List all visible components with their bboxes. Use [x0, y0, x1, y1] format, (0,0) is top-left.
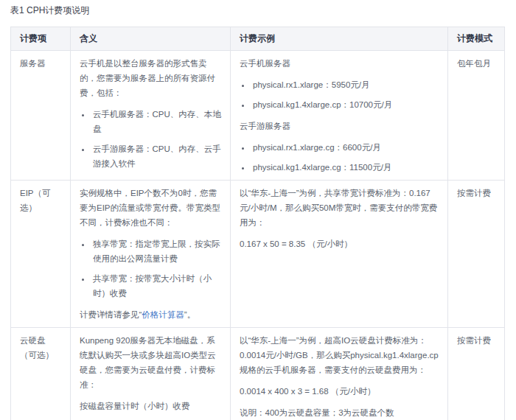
cell-paragraph: 以“华东-上海一”为例，超高IO云硬盘计费标准为：0.0014元/小时/GB，那…	[240, 333, 439, 377]
cell-paragraph: 实例规格中，EIP个数不为0时，您需要为EIP的流量或带宽付费。带宽类型不同，计…	[80, 186, 221, 230]
billing-item-cell: 服务器	[11, 51, 71, 181]
billing-mode-cell: 包年包月	[448, 51, 505, 181]
bullet-item: 云手机服务器：CPU、内存、本地盘	[91, 107, 221, 136]
example-cell: 以“华东-上海一”为例，共享带宽计费标准为：0.167元/小时/M，那么购买50…	[231, 181, 448, 328]
bullet-item: 共享带宽：按带宽大小计时（小时）收费	[91, 271, 221, 301]
cell-paragraph: 说明：400为云硬盘容量；3为云硬盘个数	[240, 405, 439, 420]
column-header: 计费项	[11, 27, 71, 51]
billing-mode-cell: 按需计费	[448, 328, 505, 420]
price-calculator-link[interactable]: 价格计算器	[142, 310, 184, 319]
cell-paragraph: 以“华东-上海一”为例，共享带宽计费标准为：0.167元/小时/M，那么购买50…	[240, 186, 439, 230]
cell-paragraph: 云手机是以整台服务器的形式售卖的，您需要为服务器上的所有资源付费，包括：	[80, 56, 221, 100]
bullet-list: physical.rx1.xlarge：5950元/月physical.kg1.…	[240, 77, 439, 112]
billing-mode-cell: 按需计费	[448, 181, 505, 328]
table-row: EIP（可选）实例规格中，EIP个数不为0时，您需要为EIP的流量或带宽付费。带…	[11, 181, 505, 328]
cell-paragraph: 云手机服务器	[240, 56, 439, 71]
cell-paragraph: Kunpeng 920服务器无本地磁盘，系统默认购买一块或多块超高IO类型云硬盘…	[80, 333, 221, 392]
table-caption: 表1 CPH计费项说明	[10, 4, 89, 17]
cell-paragraph: 计费详情请参见“价格计算器”。	[80, 307, 221, 322]
column-header: 计费示例	[231, 27, 448, 51]
bullet-item: physical.kg1.4xlarge.cp：10700元/月	[251, 97, 439, 112]
bullet-list: 云手机服务器：CPU、内存、本地盘云手游服务器：CPU、内存、云手游接入软件	[80, 107, 221, 171]
bullet-item: 云手游服务器：CPU、内存、云手游接入软件	[91, 141, 221, 171]
meaning-cell: 实例规格中，EIP个数不为0时，您需要为EIP的流量或带宽付费。带宽类型不同，计…	[71, 181, 231, 328]
billing-item-cell: 云硬盘（可选）	[11, 328, 71, 420]
bullet-item: 独享带宽：指定带宽上限，按实际使用的出公网流量计费	[91, 237, 221, 266]
header-row: 计费项含义计费示例计费模式	[11, 27, 505, 51]
cell-paragraph: 按磁盘容量计时（小时）收费	[80, 399, 221, 413]
link-post-text: ”。	[184, 310, 195, 319]
cell-paragraph: 云手游服务器	[240, 119, 439, 133]
cell-paragraph: 0.0014 x 400 x 3 = 1.68 （元/小时）	[240, 384, 439, 399]
meaning-cell: 云手机是以整台服务器的形式售卖的，您需要为服务器上的所有资源付费，包括：云手机服…	[71, 51, 231, 181]
table-row: 云硬盘（可选）Kunpeng 920服务器无本地磁盘，系统默认购买一块或多块超高…	[11, 328, 505, 420]
cph-billing-doc-page: 表1 CPH计费项说明 计费项含义计费示例计费模式 服务器云手机是以整台服务器的…	[0, 0, 516, 420]
example-cell: 以“华东-上海一”为例，超高IO云硬盘计费标准为：0.0014元/小时/GB，那…	[231, 328, 448, 420]
billing-table-body: 服务器云手机是以整台服务器的形式售卖的，您需要为服务器上的所有资源付费，包括：云…	[11, 51, 505, 420]
column-header: 含义	[71, 27, 231, 51]
bullet-item: physical.kg1.4xlarge.cg：11500元/月	[251, 160, 439, 175]
meaning-cell: Kunpeng 920服务器无本地磁盘，系统默认购买一块或多块超高IO类型云硬盘…	[71, 328, 231, 420]
example-cell: 云手机服务器physical.rx1.xlarge：5950元/月physica…	[231, 51, 448, 181]
bullet-item: physical.rx1.xlarge：5950元/月	[251, 77, 439, 92]
bullet-list: 独享带宽：指定带宽上限，按实际使用的出公网流量计费共享带宽：按带宽大小计时（小时…	[80, 237, 221, 301]
table-row: 服务器云手机是以整台服务器的形式售卖的，您需要为服务器上的所有资源付费，包括：云…	[11, 51, 505, 181]
cell-paragraph: 0.167 x 50 = 8.35 （元/小时）	[240, 237, 439, 251]
billing-item-cell: EIP（可选）	[11, 181, 71, 328]
bullet-item: physical.rx1.xlarge.cg：6600元/月	[251, 140, 439, 155]
link-pre-text: 计费详情请参见“	[80, 310, 142, 319]
column-header: 计费模式	[448, 27, 505, 51]
bullet-list: physical.rx1.xlarge.cg：6600元/月physical.k…	[240, 140, 439, 175]
billing-table: 计费项含义计费示例计费模式 服务器云手机是以整台服务器的形式售卖的，您需要为服务…	[10, 27, 505, 420]
